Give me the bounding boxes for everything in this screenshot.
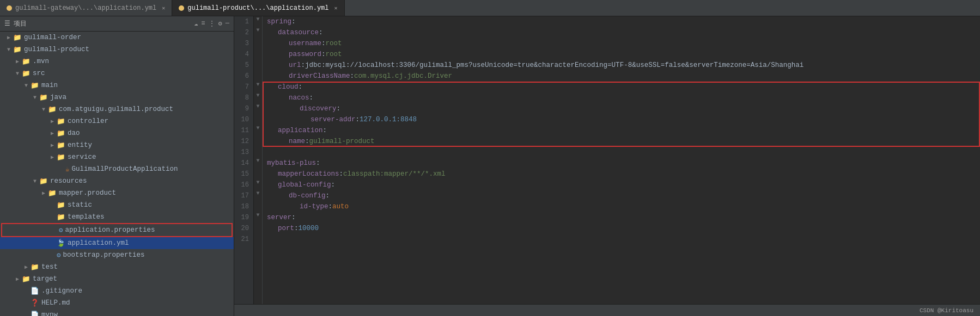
folder-service-icon: 📁 xyxy=(57,153,65,162)
file-tree: ▶ 📁 gulimall-order ▼ 📁 gulimall-product … xyxy=(0,32,234,316)
fold-1[interactable]: ▼ xyxy=(254,16,262,27)
tree-item-gitignore[interactable]: 📄 .gitignore xyxy=(0,285,234,297)
fold-17[interactable]: ▼ xyxy=(254,190,262,201)
tree-item-mapper[interactable]: ▶ 📁 mapper.product xyxy=(0,187,234,199)
folder-mvn-icon: 📁 xyxy=(22,57,31,66)
code-area[interactable]: spring: datasource: username: root xyxy=(263,16,980,304)
fold-18 xyxy=(254,201,262,212)
folder-test-icon: 📁 xyxy=(31,263,39,271)
label-main: main xyxy=(41,82,58,89)
credit-text: CSDN @Kiritoasu xyxy=(920,307,973,314)
label-bootstrap: bootstrap.properties xyxy=(63,251,145,259)
label-mvn: .mvn xyxy=(33,58,49,65)
code-line-10: server-addr: 127.0.0.1:8848 xyxy=(267,114,976,125)
sidebar-header-left: ☰ 项目 xyxy=(4,19,27,28)
key-server-addr: server-addr xyxy=(311,114,356,125)
settings-icon[interactable]: ⚙ xyxy=(218,20,222,28)
label-templates: templates xyxy=(68,213,105,221)
code-line-16: global-config: xyxy=(267,179,976,190)
label-src: src xyxy=(33,70,45,77)
folder-dao-icon: 📁 xyxy=(57,129,65,138)
sidebar: ☰ 项目 ☁ ≡ ⋮ ⚙ — ▶ 📁 gulimall-order xyxy=(0,16,234,316)
mvnw-icon: 📄 xyxy=(31,311,39,316)
tree-item-target[interactable]: ▶ 📁 target xyxy=(0,273,234,285)
arrow-package: ▼ xyxy=(39,107,48,113)
label-test: test xyxy=(41,263,58,271)
tree-item-product[interactable]: ▼ 📁 gulimall-product xyxy=(0,44,234,55)
folder-package-icon: 📁 xyxy=(48,105,57,114)
tree-item-dao[interactable]: ▶ 📁 dao xyxy=(0,127,234,139)
tab-yml-icon xyxy=(7,5,12,11)
gitignore-icon: 📄 xyxy=(31,287,39,295)
code-line-17: db-config: xyxy=(267,190,976,201)
list-icon[interactable]: ≡ xyxy=(201,20,205,28)
main-layout: ☰ 项目 ☁ ≡ ⋮ ⚙ — ▶ 📁 gulimall-order xyxy=(0,16,980,316)
minimize-icon[interactable]: — xyxy=(226,20,229,28)
arrow-mapper: ▶ xyxy=(39,190,48,196)
code-line-6: driverClassName: com.mysql.cj.jdbc.Drive… xyxy=(267,71,976,82)
val-port: 10000 xyxy=(299,223,319,234)
tree-item-entity[interactable]: ▶ 📁 entity xyxy=(0,139,234,151)
tree-item-app-props[interactable]: ⚙ application.properties xyxy=(2,224,232,236)
label-entity: entity xyxy=(68,141,92,149)
cloud-icon[interactable]: ☁ xyxy=(194,20,198,28)
code-container[interactable]: 1 2 3 4 5 6 7 8 9 10 11 12 13 14 15 16 1… xyxy=(234,16,980,304)
fold-11[interactable]: ▼ xyxy=(254,125,262,136)
key-datasource: datasource xyxy=(278,27,319,38)
tree-item-package[interactable]: ▼ 📁 com.atguigu.gulimall.product xyxy=(0,103,234,115)
props-icon: ⚙ xyxy=(59,226,63,234)
bottom-bar: CSDN @Kiritoasu xyxy=(234,304,980,316)
tab-product[interactable]: gulimall-product\...\application.yml ✕ xyxy=(172,0,344,16)
folder-java-icon: 📁 xyxy=(39,93,48,102)
tree-item-service[interactable]: ▶ 📁 service xyxy=(0,151,234,163)
fold-20 xyxy=(254,223,262,234)
folder-src-icon: 📁 xyxy=(22,69,31,78)
tree-item-resources[interactable]: ▼ 📁 resources xyxy=(0,175,234,187)
fold-8[interactable]: ▼ xyxy=(254,92,262,103)
fold-16[interactable]: ▼ xyxy=(254,179,262,190)
tab-gateway[interactable]: gulimall-gateway\...\application.yml ✕ xyxy=(0,0,172,16)
label-java: java xyxy=(50,94,66,101)
fold-9[interactable]: ▼ xyxy=(254,103,262,114)
tree-item-controller[interactable]: ▶ 📁 controller xyxy=(0,115,234,127)
val-url: jdbc:mysql://localhost:3306/gulimall_pms… xyxy=(305,60,804,71)
bootstrap-icon: ⚙ xyxy=(57,251,61,259)
sidebar-header: ☰ 项目 ☁ ≡ ⋮ ⚙ — xyxy=(0,16,234,32)
code-line-3: username: root xyxy=(267,38,976,49)
tree-item-src[interactable]: ▼ 📁 src xyxy=(0,67,234,79)
key-mybatis-plus: mybatis-plus xyxy=(267,158,316,169)
fold-7[interactable]: ▼ xyxy=(254,82,262,92)
key-port: port xyxy=(278,223,294,234)
tree-item-app-class[interactable]: ☕ GulimallProductApplication xyxy=(0,163,234,175)
tree-item-test[interactable]: ▶ 📁 test xyxy=(0,261,234,273)
key-db-config: db-config xyxy=(289,190,326,201)
help-icon: ❓ xyxy=(31,299,39,307)
tree-item-app-yml[interactable]: 🍃 application.yml xyxy=(0,237,234,249)
tree-item-mvn[interactable]: ▶ 📁 .mvn xyxy=(0,55,234,67)
tree-item-order[interactable]: ▶ 📁 gulimall-order xyxy=(0,32,234,44)
menu-icon[interactable]: ⋮ xyxy=(209,20,215,28)
val-server-addr: 127.0.0.1:8848 xyxy=(360,114,417,125)
label-resources: resources xyxy=(50,177,87,185)
tree-item-bootstrap[interactable]: ⚙ bootstrap.properties xyxy=(0,249,234,261)
arrow-mvn: ▶ xyxy=(13,58,22,65)
tree-item-mvnw[interactable]: 📄 mvnw xyxy=(0,309,234,316)
label-target: target xyxy=(33,275,57,283)
arrow-product: ▼ xyxy=(4,47,13,53)
fold-2[interactable]: ▼ xyxy=(254,27,262,38)
key-global-config: global-config xyxy=(278,179,331,190)
tab-close-icon[interactable]: ✕ xyxy=(162,5,165,11)
tree-item-main[interactable]: ▼ 📁 main xyxy=(0,79,234,91)
folder-order-icon: 📁 xyxy=(13,33,22,42)
fold-19[interactable]: ▼ xyxy=(254,212,262,223)
code-line-8: nacos: xyxy=(267,92,976,103)
tab-close-icon2[interactable]: ✕ xyxy=(334,5,338,11)
folder-resources-icon: 📁 xyxy=(39,177,48,185)
tree-item-help[interactable]: ❓ HELP.md xyxy=(0,297,234,309)
tree-item-static[interactable]: 📁 static xyxy=(0,199,234,211)
label-app-yml: application.yml xyxy=(68,239,129,247)
tree-item-java[interactable]: ▼ 📁 java xyxy=(0,91,234,103)
fold-14[interactable]: ▼ xyxy=(254,158,262,169)
tree-item-templates[interactable]: 📁 templates xyxy=(0,211,234,223)
code-line-13 xyxy=(267,147,976,158)
